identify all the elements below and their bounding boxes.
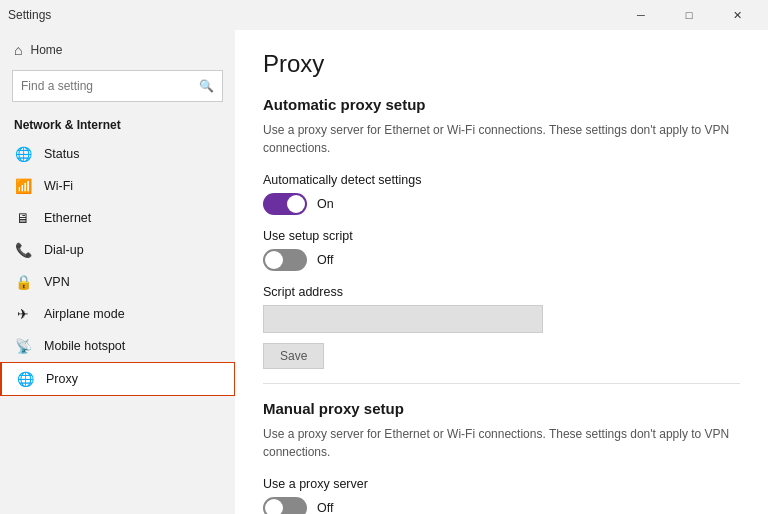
sidebar-item-label: Wi-Fi xyxy=(44,179,73,193)
auto-detect-toggle-row: On xyxy=(263,193,740,215)
setup-script-label: Use setup script xyxy=(263,229,740,243)
sidebar-item-ethernet[interactable]: 🖥 Ethernet xyxy=(0,202,235,234)
main-layout: ⌂ Home 🔍 Network & Internet 🌐 Status 📶 W… xyxy=(0,30,768,514)
auto-detect-setting: Automatically detect settings On xyxy=(263,173,740,215)
dialup-icon: 📞 xyxy=(14,242,32,258)
setup-script-state: Off xyxy=(317,253,333,267)
sidebar-item-label: Airplane mode xyxy=(44,307,125,321)
sidebar-item-vpn[interactable]: 🔒 VPN xyxy=(0,266,235,298)
sidebar-item-label: Dial-up xyxy=(44,243,84,257)
titlebar: Settings ─ □ ✕ xyxy=(0,0,768,30)
search-box[interactable]: 🔍 xyxy=(12,70,223,102)
maximize-button[interactable]: □ xyxy=(666,0,712,30)
page-title: Proxy xyxy=(263,50,740,78)
toggle-thumb xyxy=(265,251,283,269)
sidebar-item-label: Mobile hotspot xyxy=(44,339,125,353)
minimize-button[interactable]: ─ xyxy=(618,0,664,30)
sidebar-item-label: VPN xyxy=(44,275,70,289)
sidebar-item-airplane[interactable]: ✈ Airplane mode xyxy=(0,298,235,330)
sidebar-item-label: Ethernet xyxy=(44,211,91,225)
sidebar-section-title: Network & Internet xyxy=(0,112,235,138)
setup-script-toggle-row: Off xyxy=(263,249,740,271)
save-button[interactable]: Save xyxy=(263,343,324,369)
auto-detect-label: Automatically detect settings xyxy=(263,173,740,187)
use-proxy-state: Off xyxy=(317,501,333,514)
manual-section-desc: Use a proxy server for Ethernet or Wi-Fi… xyxy=(263,425,740,461)
automatic-section-title: Automatic proxy setup xyxy=(263,96,740,113)
manual-section-title: Manual proxy setup xyxy=(263,400,740,417)
airplane-icon: ✈ xyxy=(14,306,32,322)
content-area: Proxy Automatic proxy setup Use a proxy … xyxy=(235,30,768,514)
proxy-icon: 🌐 xyxy=(16,371,34,387)
toggle-thumb xyxy=(287,195,305,213)
automatic-section-desc: Use a proxy server for Ethernet or Wi-Fi… xyxy=(263,121,740,157)
setup-script-toggle[interactable] xyxy=(263,249,307,271)
sidebar-item-proxy[interactable]: 🌐 Proxy xyxy=(0,362,235,396)
status-icon: 🌐 xyxy=(14,146,32,162)
use-proxy-toggle-row: Off xyxy=(263,497,740,514)
sidebar: ⌂ Home 🔍 Network & Internet 🌐 Status 📶 W… xyxy=(0,30,235,514)
sidebar-item-label: Proxy xyxy=(46,372,78,386)
titlebar-title: Settings xyxy=(8,8,51,22)
script-address-setting: Script address Save xyxy=(263,285,740,369)
search-icon: 🔍 xyxy=(199,79,214,93)
vpn-icon: 🔒 xyxy=(14,274,32,290)
sidebar-item-wifi[interactable]: 📶 Wi-Fi xyxy=(0,170,235,202)
sidebar-item-label: Status xyxy=(44,147,79,161)
script-address-label: Script address xyxy=(263,285,740,299)
hotspot-icon: 📡 xyxy=(14,338,32,354)
use-proxy-label: Use a proxy server xyxy=(263,477,740,491)
script-address-input[interactable] xyxy=(263,305,543,333)
setup-script-setting: Use setup script Off xyxy=(263,229,740,271)
close-button[interactable]: ✕ xyxy=(714,0,760,30)
sidebar-home-item[interactable]: ⌂ Home xyxy=(0,30,235,66)
use-proxy-setting: Use a proxy server Off xyxy=(263,477,740,514)
toggle-thumb xyxy=(265,499,283,514)
wifi-icon: 📶 xyxy=(14,178,32,194)
search-input[interactable] xyxy=(21,79,199,93)
home-icon: ⌂ xyxy=(14,42,22,58)
sidebar-home-label: Home xyxy=(30,43,62,57)
sidebar-item-status[interactable]: 🌐 Status xyxy=(0,138,235,170)
ethernet-icon: 🖥 xyxy=(14,210,32,226)
section-divider xyxy=(263,383,740,384)
use-proxy-toggle[interactable] xyxy=(263,497,307,514)
sidebar-item-dialup[interactable]: 📞 Dial-up xyxy=(0,234,235,266)
titlebar-controls: ─ □ ✕ xyxy=(618,0,760,30)
auto-detect-state: On xyxy=(317,197,334,211)
auto-detect-toggle[interactable] xyxy=(263,193,307,215)
sidebar-item-hotspot[interactable]: 📡 Mobile hotspot xyxy=(0,330,235,362)
